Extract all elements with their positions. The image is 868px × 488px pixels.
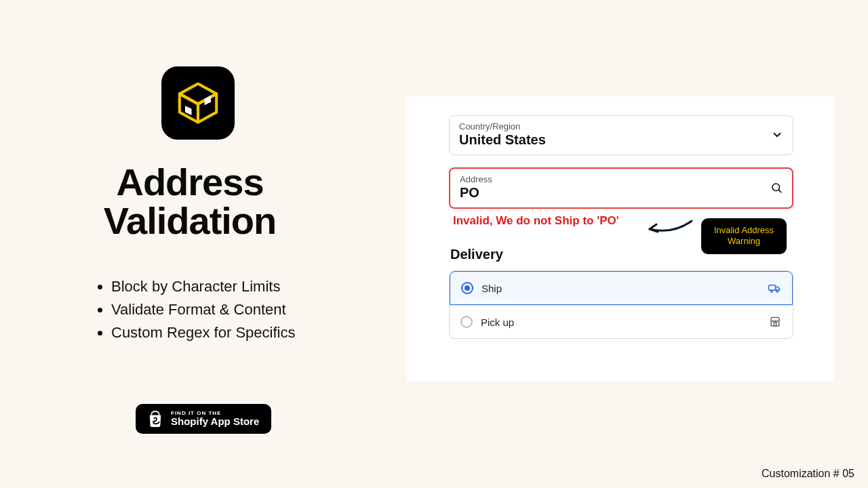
- search-icon: [770, 182, 783, 194]
- store-icon: [768, 315, 782, 329]
- shopping-bag-icon: [148, 411, 163, 427]
- svg-line-6: [778, 190, 781, 192]
- list-item: Custom Regex for Specifics: [111, 321, 380, 344]
- svg-point-8: [770, 290, 772, 292]
- shopify-app-store-badge[interactable]: FIND IT ON THE Shopify App Store: [136, 404, 271, 434]
- badge-text: FIND IT ON THE Shopify App Store: [171, 411, 259, 427]
- delivery-option-pickup[interactable]: Pick up: [450, 305, 793, 338]
- chevron-down-icon: [771, 129, 783, 141]
- annotation-arrow-icon: [646, 217, 693, 237]
- truck-icon: [768, 281, 781, 295]
- country-select[interactable]: Country/Region United States: [449, 115, 793, 155]
- annotation-tooltip: Invalid Address Warning: [701, 218, 787, 254]
- country-label: Country/Region: [459, 121, 771, 131]
- pickup-label: Pick up: [481, 317, 760, 328]
- svg-point-9: [776, 290, 778, 292]
- tooltip-line-1: Invalid Address: [714, 225, 774, 235]
- headline-line-1: Address: [116, 161, 263, 203]
- left-column: Address Validation Block by Character Li…: [0, 0, 380, 488]
- svg-rect-3: [185, 106, 192, 115]
- slide-number: Customization # 05: [762, 468, 854, 480]
- svg-marker-0: [180, 83, 216, 104]
- radio-icon: [460, 316, 473, 328]
- address-label: Address: [460, 174, 770, 184]
- svg-rect-10: [774, 323, 776, 326]
- list-item: Block by Character Limits: [111, 275, 380, 298]
- list-item: Validate Format & Content: [111, 298, 380, 321]
- country-value: United States: [459, 132, 771, 148]
- address-value: PO: [460, 185, 770, 201]
- svg-rect-7: [769, 285, 776, 291]
- delivery-method-group: Ship Pick up: [449, 270, 793, 339]
- address-input[interactable]: Address PO: [449, 167, 793, 209]
- feature-list: Block by Character Limits Validate Forma…: [95, 275, 380, 344]
- badge-big-text: Shopify App Store: [171, 416, 259, 427]
- delivery-option-ship[interactable]: Ship: [450, 271, 793, 305]
- radio-selected-icon: [461, 282, 473, 294]
- cube-icon: [175, 80, 221, 126]
- ship-label: Ship: [481, 283, 760, 294]
- tooltip-line-2: Warning: [728, 236, 760, 246]
- headline-line-2: Validation: [104, 199, 277, 242]
- app-logo: [161, 66, 235, 140]
- page-title: Address Validation: [0, 163, 380, 240]
